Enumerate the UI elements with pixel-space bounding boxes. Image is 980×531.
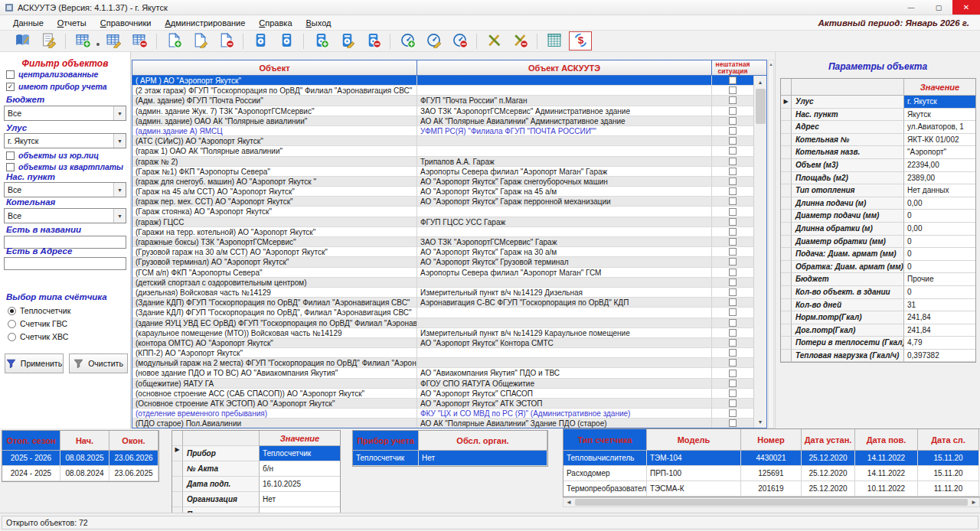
radio-icon[interactable] (8, 333, 16, 341)
param-value[interactable]: 0 (904, 261, 975, 274)
param-row[interactable]: Нас. пунктЯкутск (781, 109, 975, 122)
object-name-cell[interactable]: (гараж 1) ОАО АК "Полярные авиалинии" (132, 146, 417, 156)
prop-value[interactable]: б/н (260, 461, 340, 477)
askuute-name-cell[interactable] (417, 318, 712, 328)
askuute-name-cell[interactable]: АО "Аэропорт Якутск" Гараж на 30 а/м (417, 247, 712, 257)
askuute-name-cell[interactable] (417, 86, 712, 96)
object-row[interactable]: (АТС (СИиС)) АО "Аэропорт Якутск" (132, 136, 753, 146)
object-name-cell[interactable]: (АТС (СИиС)) АО "Аэропорт Якутск" (132, 136, 417, 146)
object-row[interactable]: (Гараж стоянка) АО "Аэропорт Якутск" (132, 207, 753, 217)
device-card-2-button[interactable] (275, 31, 298, 50)
param-value[interactable]: 0 (904, 248, 975, 261)
object-row[interactable]: (Основное строение АТК ЭСТОП) АО "Аэропо… (132, 399, 753, 409)
emergency-checkbox[interactable] (729, 288, 737, 296)
object-name-cell[interactable]: (дизельная) Войсковая часть №14129 (132, 288, 417, 298)
tools-edit-button[interactable] (482, 31, 505, 50)
object-row[interactable]: (Адм. здание) ФГУП "Почта России"ФГУП "П… (132, 96, 753, 106)
askuute-name-cell[interactable]: ФГУП ГЦСС УСС Гараж (417, 217, 712, 227)
emergency-checkbox[interactable] (729, 168, 737, 175)
emergency-checkbox[interactable] (729, 370, 737, 377)
radio-gvs[interactable]: Счетчик ГВС (8, 319, 67, 328)
object-name-cell[interactable]: (гараж) ГЦСС (132, 217, 417, 227)
object-row[interactable]: (контора ОМТС) АО "Аэропорт Якутск"АО "А… (132, 338, 753, 348)
emergency-checkbox[interactable] (729, 86, 737, 94)
device-prop-row[interactable]: Дата подп.16.10.2025 (172, 477, 340, 492)
checkbox-icon[interactable]: ✓ (6, 83, 15, 91)
object-name-cell[interactable]: (модульный гараж на 2 места) ФГУП "Госко… (132, 358, 417, 368)
emergency-checkbox[interactable] (729, 308, 737, 316)
param-value[interactable]: 0,00 (904, 197, 975, 210)
emergency-checkbox[interactable] (729, 248, 737, 256)
param-value[interactable]: 2389,00 (904, 172, 975, 185)
param-value[interactable]: 22394,00 (904, 159, 975, 172)
emergency-checkbox[interactable] (729, 329, 737, 337)
emergency-checkbox[interactable] (729, 187, 737, 195)
object-name-cell[interactable]: (детский спортзал с оздоровительным цент… (132, 278, 417, 288)
askuute-name-cell[interactable]: АО "Аэропорт Якутск" Контора СМТС (417, 338, 712, 348)
menu-item-1[interactable]: Данные (6, 17, 51, 29)
object-row[interactable]: (Гаражи на терр. котельной) АО "Аэропорт… (132, 227, 753, 237)
scroll-right-icon[interactable]: ► (969, 499, 979, 506)
param-row[interactable]: Площадь (м2)2389,00 (781, 172, 975, 185)
object-name-cell[interactable]: (Грузовой гараж на 30 а/м ССТ) АО "Аэроп… (132, 247, 417, 257)
object-name-cell[interactable]: (караульное помещение (МТО)) Войсковая ч… (132, 328, 417, 338)
object-row[interactable]: ( АРМ ) АО "Аэропорт Якутск" (132, 76, 753, 86)
counter-edit-button[interactable] (422, 31, 445, 50)
counter-row[interactable]: РасходомерПРП-10012569125.12.202014.11.2… (564, 466, 980, 481)
counters-col-header[interactable]: Тип счетчика (564, 429, 647, 451)
emergency-checkbox[interactable] (729, 107, 737, 115)
tools-delete-button[interactable] (508, 31, 531, 50)
radio-hvs[interactable]: Счетчик ХВС (8, 332, 68, 341)
param-row[interactable]: Обратка: Диам. армат (мм)0 (781, 261, 975, 274)
column-header-emergency[interactable]: нештатная ситуация (712, 60, 753, 75)
meter-delete-button[interactable] (361, 31, 384, 50)
emergency-checkbox[interactable] (729, 399, 737, 407)
counter-row[interactable]: ТермопреобразовательТЭСМА-К20161925.12.2… (564, 481, 980, 497)
menu-item-6[interactable]: Выход (299, 17, 338, 29)
param-row[interactable]: Длинна обратки (м)0,00 (781, 223, 975, 236)
object-row[interactable]: (Гараж на 45 а/м ССТ) АО "Аэропорт Якутс… (132, 187, 753, 197)
object-row[interactable]: (основное строение АСС (САБ СПАСОП)) АО … (132, 389, 753, 399)
maximize-icon[interactable]: ▢ (925, 0, 952, 15)
addr-search-input[interactable] (4, 257, 126, 270)
param-value[interactable]: 4,79 (904, 337, 975, 350)
radio-icon[interactable] (8, 307, 16, 315)
scrollbar-thumb[interactable] (756, 89, 766, 124)
meter-service-col-header[interactable]: Прибор учета (353, 431, 419, 451)
checkbox-jur-objects[interactable]: объекты из юр.лиц (6, 151, 99, 160)
param-row[interactable]: Тепловая нагрузка (Гкал/ч)0,397382 (781, 350, 975, 363)
object-row[interactable]: (гараж) ГЦССФГУП ГЦСС УСС Гараж (132, 217, 753, 227)
checkbox-has-meter[interactable]: ✓ имеют прибор учета (6, 82, 107, 91)
device-prop-row[interactable]: ОрганизацияНет (172, 492, 340, 507)
param-value[interactable]: 0,00 (904, 223, 975, 236)
object-row[interactable]: (Здание КДЛ) ФГУП "Госкорпорация по ОрВД… (132, 308, 753, 318)
counters-col-header[interactable]: Дата пов. (855, 429, 918, 451)
emergency-checkbox[interactable] (729, 117, 737, 125)
askuute-name-cell[interactable] (417, 278, 712, 288)
kotelnaya-dropdown[interactable]: Все ▼ (4, 208, 126, 223)
object-row[interactable]: (гараж для снегоуб. машин) АО "Аэропорт … (132, 177, 753, 187)
scroll-down-icon[interactable]: ▼ (754, 415, 767, 428)
param-row[interactable]: Дог.потр(Гкал)241,84 (781, 324, 975, 337)
object-name-cell[interactable]: (админ. здание) ОАО АК "Полярные авиалин… (132, 116, 417, 126)
askuute-name-cell[interactable] (417, 227, 712, 237)
radio-teplo[interactable]: Теплосчетчик (8, 306, 70, 315)
object-name-cell[interactable]: (Основное строение АТК ЭСТОП) АО "Аэропо… (132, 399, 417, 409)
checkbox-kvart-objects[interactable]: объекты из квартплаты (6, 162, 123, 171)
object-row[interactable]: (детский спортзал с оздоровительным цент… (132, 278, 753, 288)
menu-item-4[interactable]: Администрирование (158, 17, 252, 29)
askuute-name-cell[interactable]: АО АК "Полярные Авиалинии" Здание ПДО (с… (417, 419, 712, 428)
counters-col-header[interactable]: Номер (741, 429, 802, 451)
emergency-checkbox[interactable] (729, 147, 737, 155)
askuute-name-cell[interactable]: ФГОУ СПО ЯАТУГА Общежитие (417, 379, 712, 389)
checkbox-icon[interactable] (6, 70, 15, 79)
column-header-askuute[interactable]: Объект АСКУУТЭ (417, 60, 712, 75)
horizontal-scrollbar[interactable]: ◄ ► (563, 497, 980, 507)
object-name-cell[interactable]: (Гаражи на терр. котельной) АО "Аэропорт… (132, 227, 417, 237)
object-row[interactable]: (Грузовой гараж на 30 а/м ССТ) АО "Аэроп… (132, 247, 753, 257)
object-delete-button[interactable] (214, 31, 237, 50)
counter-delete-button[interactable] (448, 31, 471, 50)
clear-filter-button[interactable]: Очистить (69, 353, 128, 373)
askuute-name-cell[interactable]: АО "Аэропорт Якутск" Гараж на 45 а/м (417, 187, 712, 197)
meter-service-col-header[interactable]: Обсл. орган. (419, 431, 547, 451)
